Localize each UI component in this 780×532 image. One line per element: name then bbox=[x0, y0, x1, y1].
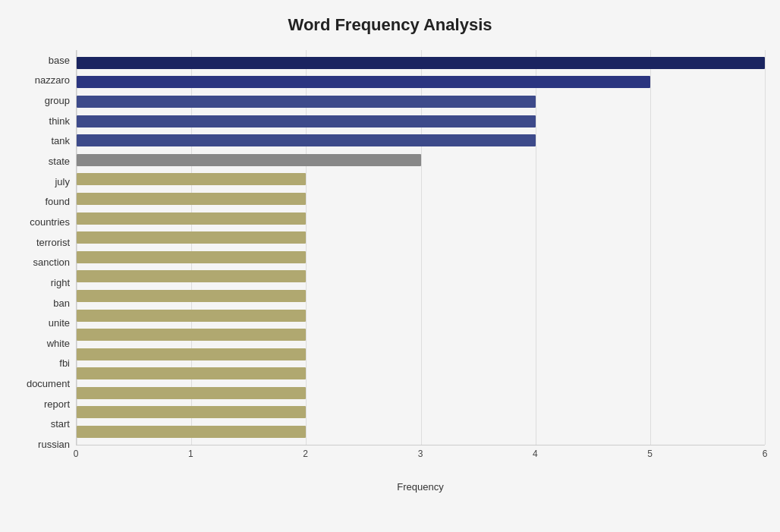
bars-section bbox=[76, 50, 765, 445]
y-label: sanction bbox=[33, 254, 70, 271]
y-label: group bbox=[45, 93, 70, 109]
bar-row bbox=[77, 230, 765, 245]
chart-area: basenazzarogroupthinktankstatejulyfoundc… bbox=[15, 50, 765, 476]
y-label: nazzaro bbox=[35, 72, 70, 89]
bar-row bbox=[77, 191, 765, 206]
x-tick: 1 bbox=[188, 449, 193, 459]
chart-container: Word Frequency Analysis basenazzarogroup… bbox=[0, 0, 780, 532]
y-label: right bbox=[51, 274, 70, 291]
bar bbox=[77, 231, 306, 244]
bar bbox=[77, 251, 306, 263]
bar-row bbox=[77, 153, 765, 168]
bar-row bbox=[77, 74, 765, 90]
bar bbox=[77, 173, 306, 185]
x-tick: 2 bbox=[303, 449, 308, 459]
y-axis: basenazzarogroupthinktankstatejulyfoundc… bbox=[15, 50, 76, 476]
bar bbox=[77, 329, 306, 341]
bar-row bbox=[77, 94, 765, 109]
y-label: countries bbox=[30, 213, 70, 230]
x-tick: 6 bbox=[763, 449, 768, 459]
y-label: ban bbox=[53, 294, 70, 311]
bar-row bbox=[77, 347, 765, 362]
bar bbox=[77, 96, 536, 108]
y-label: base bbox=[49, 52, 70, 68]
bar-row bbox=[77, 327, 765, 342]
bar bbox=[77, 193, 306, 205]
y-label: report bbox=[44, 395, 70, 412]
bar-row bbox=[77, 308, 765, 323]
bar-row bbox=[77, 269, 765, 284]
y-label: july bbox=[55, 173, 70, 190]
x-tick: 5 bbox=[647, 449, 653, 459]
bar bbox=[77, 426, 306, 438]
bar-row bbox=[77, 250, 765, 265]
bar-row bbox=[77, 211, 765, 226]
bar bbox=[77, 310, 306, 322]
bar bbox=[77, 406, 306, 418]
chart-title: Word Frequency Analysis bbox=[15, 15, 765, 35]
y-label: tank bbox=[51, 133, 70, 150]
x-axis: Frequency 0123456 bbox=[76, 445, 765, 476]
bars-wrapper bbox=[77, 50, 765, 445]
bar bbox=[77, 154, 421, 166]
y-label: unite bbox=[49, 315, 70, 332]
x-tick: 4 bbox=[533, 449, 538, 459]
grid-line bbox=[765, 50, 766, 445]
y-label: terrorist bbox=[36, 234, 70, 250]
y-label: think bbox=[49, 112, 70, 129]
bar bbox=[77, 212, 306, 225]
bar bbox=[77, 270, 306, 282]
bar bbox=[77, 387, 306, 399]
bar bbox=[77, 367, 306, 379]
bar-row bbox=[77, 386, 765, 401]
y-label: found bbox=[45, 194, 70, 210]
bar-row bbox=[77, 288, 765, 304]
y-label: state bbox=[49, 153, 70, 170]
y-label: russian bbox=[38, 436, 70, 452]
y-label: fbi bbox=[59, 355, 70, 372]
bar-row bbox=[77, 133, 765, 148]
x-axis-label: Frequency bbox=[76, 481, 765, 493]
bar bbox=[77, 290, 306, 302]
bar-row bbox=[77, 172, 765, 187]
bar-row bbox=[77, 55, 765, 71]
bar bbox=[77, 134, 536, 146]
bar-row bbox=[77, 424, 765, 439]
x-tick: 3 bbox=[418, 449, 423, 459]
bar-row bbox=[77, 366, 765, 381]
y-label: document bbox=[27, 376, 70, 392]
y-label: white bbox=[47, 335, 70, 351]
bar-row bbox=[77, 114, 765, 129]
bars-and-xaxis: Frequency 0123456 bbox=[76, 50, 765, 476]
bar-row bbox=[77, 405, 765, 420]
bar bbox=[77, 57, 765, 69]
x-tick: 0 bbox=[74, 449, 79, 459]
bar bbox=[77, 115, 536, 127]
bar bbox=[77, 348, 306, 360]
bar bbox=[77, 76, 650, 88]
y-label: start bbox=[51, 416, 70, 433]
